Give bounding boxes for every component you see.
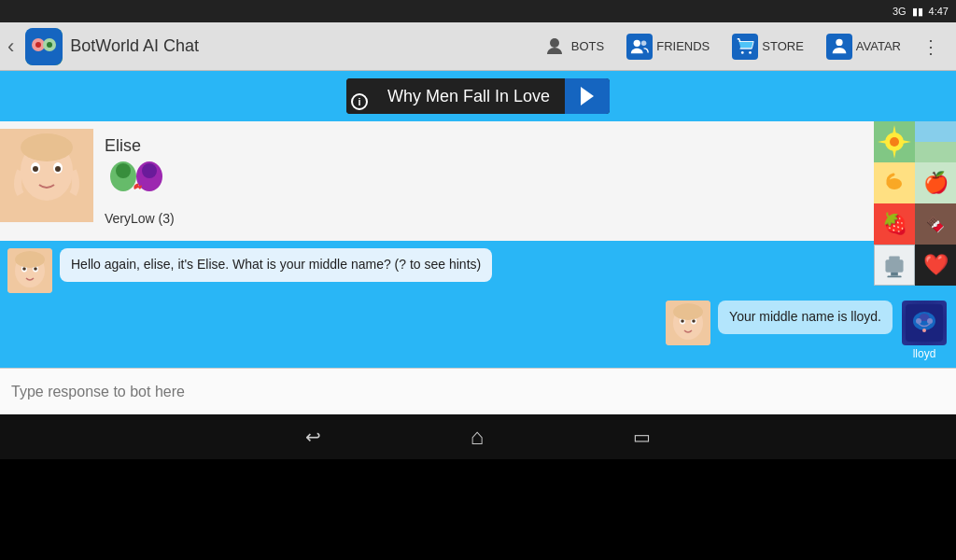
svg-rect-28 [889,256,899,261]
svg-point-8 [741,51,744,54]
app-logo-area: ‹ BotWorld AI Chat [7,28,532,65]
img-thumb-7 [874,245,915,286]
bot-msg-avatar [7,248,52,293]
bot-rating: VeryLow (3) [105,211,175,226]
avatar-button[interactable]: AVATAR [817,28,910,65]
topic-card[interactable]: i Why Men Fall In Love [346,78,610,114]
nav-actions: BOTS FRIENDS STORE AVATAR ⋮ [532,28,949,65]
img-thumb-1 [874,121,915,162]
app-icon [25,28,63,65]
img-thumb-4: 🍎 [915,162,956,203]
svg-point-42 [922,329,926,332]
status-bar: 3G ▮▮ 4:47 [0,0,956,22]
friends-label: FRIENDS [656,39,710,53]
svg-point-7 [641,40,647,46]
topic-info-icon: i [346,78,373,114]
message-row-2: lloyd Your middle name is lloyd. [0,301,956,360]
app-title: BotWorld AI Chat [70,36,199,56]
recents-button[interactable]: ▭ [633,426,651,448]
svg-point-21 [142,163,157,178]
bot-avatar-large [0,129,93,222]
bots-button[interactable]: BOTS [532,28,613,65]
user-brain-avatar [902,301,947,345]
img-thumb-6: 🍫 [915,203,956,245]
svg-point-16 [55,166,61,172]
battery-icon: ▮▮ [912,6,923,18]
svg-point-40 [916,318,921,324]
topic-bar: i Why Men Fall In Love [0,71,956,121]
back-icon[interactable]: ‹ [7,35,14,59]
clock: 4:47 [929,6,949,17]
user-msg-avatar [666,301,710,345]
message-row-1: Hello again, elise, it's Elise. What is … [0,248,956,293]
user-right-avatar-area: lloyd [900,301,949,360]
home-button[interactable]: ⌂ [471,424,485,450]
input-bar [0,368,956,414]
bot-profile-row: Elise VeryLow (3) [0,121,956,241]
svg-rect-29 [891,273,898,276]
store-label: STORE [762,39,804,53]
more-menu-icon[interactable]: ⋮ [914,30,949,63]
bot-info: Elise VeryLow (3) [93,129,186,233]
svg-point-41 [927,318,933,324]
svg-point-6 [634,39,640,46]
bots-label: BOTS [571,39,604,53]
bot-name: Elise [105,136,175,156]
svg-point-9 [749,51,752,54]
chat-input[interactable] [11,384,945,400]
img-thumb-5: 🍓 [874,203,915,245]
messages-area: Hello again, elise, it's Elise. What is … [0,241,956,368]
svg-point-10 [836,38,842,45]
top-nav: ‹ BotWorld AI Chat BOTS FRIENDS [0,22,956,71]
user-message-1: Your middle name is lloyd. [718,301,893,334]
svg-point-36 [34,267,37,271]
svg-point-4 [47,42,52,48]
topic-arrow-button[interactable] [565,78,610,114]
img-thumb-2 [915,121,956,162]
bot-images-panel: 🍎 🍓 🍫 ❤️ [874,121,956,241]
bot-emojis [105,160,175,203]
android-nav-bar: ↩ ⌂ ▭ [0,414,956,459]
topic-title: Why Men Fall In Love [373,79,565,114]
svg-point-35 [22,267,26,271]
avatar-label: AVATAR [856,39,901,53]
svg-point-17 [21,133,73,161]
svg-rect-30 [887,275,901,277]
svg-point-49 [673,303,703,320]
svg-point-48 [692,319,696,323]
svg-point-5 [550,38,559,48]
svg-rect-27 [885,259,903,272]
arrow-right-icon [581,87,594,105]
svg-point-37 [15,251,45,268]
store-button[interactable]: STORE [723,28,813,65]
svg-point-19 [116,163,131,178]
user-avatar-label: lloyd [913,347,936,360]
back-button[interactable]: ↩ [305,426,321,448]
friends-button[interactable]: FRIENDS [617,28,719,65]
img-thumb-3 [874,162,915,203]
svg-point-15 [33,166,38,172]
svg-point-47 [681,319,684,323]
bot-message-1: Hello again, elise, it's Elise. What is … [60,248,492,282]
signal-indicator: 3G [893,6,907,17]
svg-point-3 [35,42,41,48]
img-thumb-8: ❤️ [915,245,956,286]
svg-point-24 [890,137,899,147]
